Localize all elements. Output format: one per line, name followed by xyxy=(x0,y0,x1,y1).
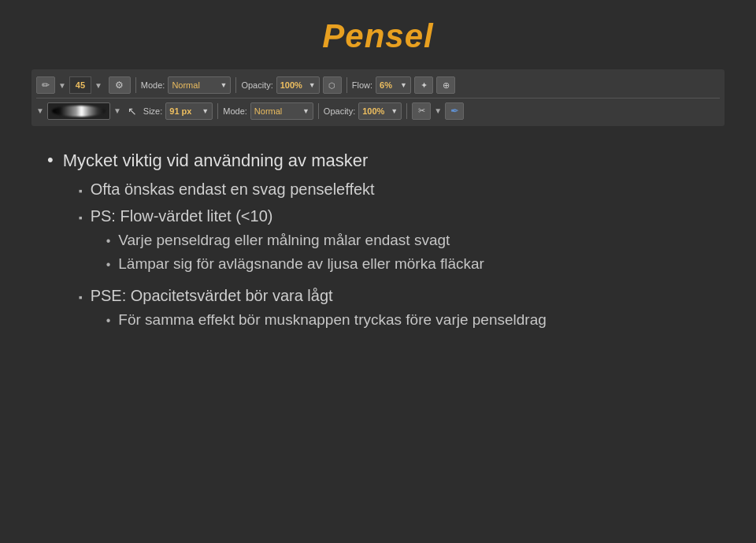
sub-sub-list-2: För samma effekt bör musknappen tryckas … xyxy=(106,311,709,330)
flow-tablet-icon[interactable]: ⊕ xyxy=(436,76,455,94)
flow-label: Flow: xyxy=(352,80,372,90)
main-bullet-list: Mycket viktig vid användning av masker O… xyxy=(47,150,709,341)
tool-icon-1[interactable]: ✂ xyxy=(412,102,431,120)
mode-label-2: Mode: xyxy=(223,106,247,116)
tool-icon-2[interactable]: ✒ xyxy=(445,102,464,120)
brush-preview-dropdown[interactable]: ▼ xyxy=(113,106,121,115)
sub-sub-item-1-text: Varje penseldrag eller målning målar end… xyxy=(118,231,709,251)
separator-6 xyxy=(406,103,407,119)
sub-item-1-text: Ofta önskas endast en svag penseleffekt xyxy=(91,179,709,199)
toolbar-row-2: ▼ ▼ ↖ Size: 91 px ▼ Mode: Normal ▼ Opaci… xyxy=(36,98,720,123)
bullet-1-marker xyxy=(47,150,54,170)
page-title: Pensel xyxy=(322,17,433,54)
separator-1 xyxy=(135,77,136,93)
brush-panel-toggle[interactable]: ▼ xyxy=(36,106,44,115)
opacity-label: Opacity: xyxy=(241,80,272,90)
tool-1-dropdown[interactable]: ▼ xyxy=(434,106,442,115)
sub-sub-item-2: Lämpar sig för avlägsnande av ljusa elle… xyxy=(106,255,709,274)
size-label: Size: xyxy=(143,106,162,116)
toolbar-row-1: ✏ ▼ 45 ▼ ⚙ Mode: Normal ▼ Opacity: 100% … xyxy=(36,73,720,98)
sub-bullet-1 xyxy=(79,179,83,199)
brush-dropdown-arrow[interactable]: ▼ xyxy=(58,81,66,90)
size-select[interactable]: 91 px ▼ xyxy=(165,102,213,120)
sub-bullet-2 xyxy=(79,206,83,226)
flow-airbrush-icon[interactable]: ✦ xyxy=(414,76,433,94)
sub-sub-item-3: För samma effekt bör musknappen tryckas … xyxy=(106,311,709,330)
mode-select[interactable]: Normal ▼ xyxy=(168,76,231,94)
opacity-label-2: Opacity: xyxy=(324,106,355,116)
opacity-pressure-icon[interactable]: ⬡ xyxy=(323,76,342,94)
sub-sub-bullet-2 xyxy=(106,255,111,274)
bullet-item-1: Mycket viktig vid användning av masker O… xyxy=(47,150,709,341)
separator-5 xyxy=(318,103,319,119)
mode-dropdown-icon: ▼ xyxy=(220,81,227,89)
brush-settings-icon[interactable]: ⚙ xyxy=(109,76,131,94)
sub-item-1: Ofta önskas endast en svag penseleffekt xyxy=(79,179,709,199)
bullet-1-content: Mycket viktig vid användning av masker O… xyxy=(63,150,709,341)
brush-size-display: 45 xyxy=(69,76,91,94)
separator-2 xyxy=(235,77,236,93)
sub-item-2: PS: Flow-värdet litet (<10) Varje pensel… xyxy=(79,206,709,279)
separator-3 xyxy=(346,77,347,93)
sub-list-1: Ofta önskas endast en svag penseleffekt … xyxy=(79,179,709,335)
sub-sub-bullet-3 xyxy=(106,311,111,330)
sub-item-2-content: PS: Flow-värdet litet (<10) Varje pensel… xyxy=(91,206,709,279)
opacity-dropdown-icon: ▼ xyxy=(309,81,316,89)
sub-sub-item-3-text: För samma effekt bör musknappen tryckas … xyxy=(118,311,709,330)
sub-sub-bullet-1 xyxy=(106,231,111,251)
separator-4 xyxy=(217,103,218,119)
sub-item-3-content: PSE: Opacitetsvärdet bör vara lågt För s… xyxy=(91,285,709,335)
mode-select-2[interactable]: Normal ▼ xyxy=(250,102,313,120)
opacity-select[interactable]: 100% ▼ xyxy=(276,76,320,94)
size-select-icon: ▼ xyxy=(202,107,209,115)
opacity-select-2[interactable]: 100% ▼ xyxy=(358,102,402,120)
opacity-2-dropdown-icon: ▼ xyxy=(391,107,398,115)
flow-dropdown-icon: ▼ xyxy=(400,81,407,89)
title-area: Pensel xyxy=(0,0,756,69)
content-area: Mycket viktig vid användning av masker O… xyxy=(0,126,756,366)
brush-stroke-visual xyxy=(52,106,106,117)
sub-sub-item-1: Varje penseldrag eller målning målar end… xyxy=(106,231,709,251)
size-dropdown-arrow[interactable]: ▼ xyxy=(94,81,102,90)
brush-preview xyxy=(47,102,110,120)
brush-tool-icon[interactable]: ✏ xyxy=(36,76,55,94)
mode-label: Mode: xyxy=(141,80,165,90)
cursor-indicator: ↖ xyxy=(128,105,137,117)
sub-bullet-3 xyxy=(79,285,83,306)
sub-item-3: PSE: Opacitetsvärdet bör vara lågt För s… xyxy=(79,285,709,335)
toolbar: ✏ ▼ 45 ▼ ⚙ Mode: Normal ▼ Opacity: 100% … xyxy=(32,69,724,126)
sub-sub-item-2-text: Lämpar sig för avlägsnande av ljusa elle… xyxy=(118,255,709,274)
sub-sub-list-1: Varje penseldrag eller målning målar end… xyxy=(106,231,709,274)
flow-select[interactable]: 6% ▼ xyxy=(376,76,411,94)
mode-2-dropdown-icon: ▼ xyxy=(302,107,309,115)
